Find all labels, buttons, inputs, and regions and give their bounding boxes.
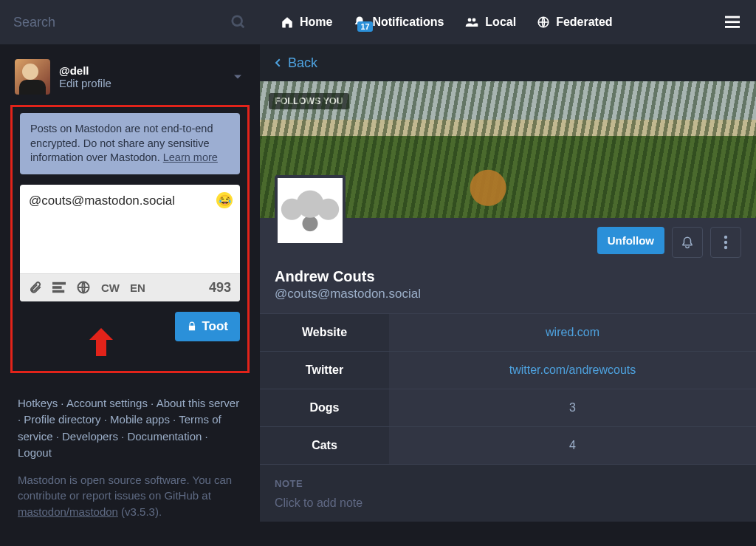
field-key: Twitter — [260, 352, 389, 389]
footer-note: Mastodon is open source software. You ca… — [0, 468, 260, 525]
account-text: @dell Edit profile — [59, 64, 230, 89]
footer-version: (v3.5.3). — [118, 505, 162, 518]
unfollow-button[interactable]: Unfollow — [597, 227, 664, 254]
nav-label: Home — [300, 16, 332, 29]
footer-links: Hotkeys · Account settings · About this … — [0, 373, 260, 468]
back-label: Back — [288, 55, 317, 71]
field-row: Twitter twitter.com/andrewcouts — [260, 351, 756, 389]
footer-link[interactable]: Developers — [62, 430, 118, 443]
sidebar: @dell Edit profile Posts on Mastodon are… — [0, 0, 260, 546]
svg-rect-3 — [52, 286, 62, 289]
nav-label: Notifications — [372, 16, 444, 29]
visibility-icon[interactable] — [76, 280, 91, 295]
field-key: Cats — [260, 427, 389, 464]
field-value: 4 — [389, 427, 756, 464]
nav-label: Federated — [556, 16, 612, 29]
poll-icon[interactable] — [52, 281, 66, 293]
users-icon — [464, 16, 479, 29]
svg-rect-11 — [725, 26, 740, 28]
svg-point-12 — [724, 236, 727, 239]
annotation-arrow — [92, 328, 110, 358]
compose-textarea[interactable]: @couts@mastodon.social 😂 — [20, 185, 240, 273]
toot-button[interactable]: Toot — [175, 312, 240, 341]
display-name: Andrew Couts — [275, 268, 741, 285]
menu-icon[interactable] — [715, 16, 750, 29]
svg-point-0 — [233, 16, 242, 26]
field-row: Website wired.com — [260, 313, 756, 351]
learn-more-link[interactable]: Learn more — [163, 151, 218, 163]
svg-rect-9 — [725, 16, 740, 18]
profile-name-block: Andrew Couts @couts@mastodon.social — [260, 265, 756, 313]
home-icon — [281, 16, 294, 29]
language-button[interactable]: EN — [130, 281, 145, 294]
field-key: Dogs — [260, 389, 389, 426]
search-icon[interactable] — [230, 14, 247, 30]
cw-button[interactable]: CW — [101, 281, 120, 294]
encryption-warning: Posts on Mastodon are not end-to-end enc… — [20, 113, 240, 174]
footer-link[interactable]: About this server — [157, 397, 240, 409]
account-row: @dell Edit profile — [0, 44, 260, 95]
toot-label: Toot — [202, 319, 228, 334]
nav-local[interactable]: Local — [454, 16, 526, 29]
lock-icon — [187, 321, 197, 332]
compose-editor: @couts@mastodon.social 😂 CW EN 493 — [20, 185, 240, 301]
field-value-link[interactable]: twitter.com/andrewcouts — [389, 352, 756, 389]
field-row: Dogs 3 — [260, 389, 756, 426]
main: Home 17 Notifications Local Federated Ba… — [260, 0, 756, 546]
profile-fields: Website wired.com Twitter twitter.com/an… — [260, 313, 756, 464]
nav-home[interactable]: Home — [270, 16, 343, 29]
emoji-picker-icon[interactable]: 😂 — [216, 192, 233, 208]
footer-link[interactable]: Documentation — [127, 430, 202, 443]
field-value-link[interactable]: wired.com — [389, 314, 756, 351]
svg-point-7 — [472, 18, 476, 22]
footer-link[interactable]: Account settings — [66, 397, 148, 409]
avatar[interactable] — [15, 59, 50, 95]
compose-toolbar: CW EN 493 — [20, 273, 240, 301]
footer-link[interactable]: Mobile apps — [110, 413, 170, 426]
follows-you-badge: FOLLOWS YOU — [269, 93, 349, 109]
svg-point-14 — [724, 246, 727, 249]
repo-link[interactable]: mastodon/mastodon — [18, 505, 118, 518]
nav-notifications[interactable]: 17 Notifications — [343, 16, 454, 29]
note-label: NOTE — [260, 464, 756, 494]
note-input[interactable]: Click to add note — [260, 494, 756, 522]
footer-link[interactable]: Logout — [18, 446, 52, 459]
compose-area: Posts on Mastodon are not end-to-end enc… — [10, 105, 250, 373]
svg-rect-4 — [52, 290, 64, 293]
field-value: 3 — [389, 389, 756, 426]
field-row: Cats 4 — [260, 426, 756, 464]
char-counter: 493 — [209, 280, 231, 296]
nav-label: Local — [485, 16, 516, 29]
notify-bell-button[interactable] — [672, 227, 703, 258]
field-key: Website — [260, 314, 389, 351]
footer-note-text: Mastodon is open source software. You ca… — [18, 474, 232, 502]
profile-row: Unfollow — [260, 218, 756, 265]
notification-badge: 17 — [357, 21, 372, 32]
svg-rect-10 — [725, 21, 740, 23]
chevron-down-icon[interactable] — [230, 69, 245, 84]
top-nav: Home 17 Notifications Local Federated — [260, 0, 756, 44]
edit-profile-link[interactable]: Edit profile — [59, 77, 230, 89]
back-button[interactable]: Back — [260, 44, 756, 81]
globe-icon — [537, 16, 550, 29]
footer-link[interactable]: Profile directory — [24, 413, 100, 426]
search-row — [0, 0, 260, 44]
compose-text: @couts@mastodon.social — [29, 194, 175, 208]
content: Back FOLLOWS YOU Unfollow Andrew Couts @… — [260, 44, 756, 546]
account-handle: @dell — [59, 64, 230, 77]
search-input[interactable] — [13, 15, 230, 30]
svg-rect-2 — [52, 282, 66, 285]
more-menu-button[interactable] — [710, 227, 741, 258]
svg-line-1 — [241, 24, 244, 28]
profile-actions: Unfollow — [597, 218, 741, 265]
profile-handle: @couts@mastodon.social — [275, 287, 741, 301]
attach-icon[interactable] — [29, 281, 42, 294]
nav-federated[interactable]: Federated — [526, 16, 622, 29]
profile-avatar[interactable] — [275, 175, 346, 246]
footer-link[interactable]: Hotkeys — [18, 397, 58, 409]
svg-point-13 — [724, 241, 727, 244]
svg-point-6 — [468, 18, 472, 22]
